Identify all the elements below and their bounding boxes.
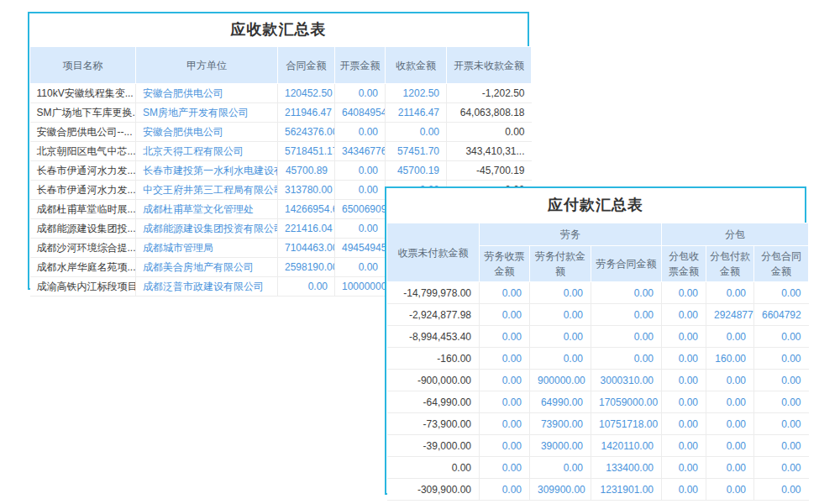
table-cell: 0.00 xyxy=(447,123,532,142)
table-cell: SM广场地下车库更换... xyxy=(30,103,136,123)
table-cell: 0.00 xyxy=(530,282,591,304)
table-cell: -2,924,877.98 xyxy=(387,304,480,326)
table-cell: 0.00 xyxy=(706,391,754,413)
table-cell: 0.00 xyxy=(754,348,809,370)
table-cell: 成都水岸华庭名苑项... xyxy=(30,258,136,277)
page: 应收款汇总表 项目名称 甲方单位 合同金额 开票金额 收款金额 开票未收款金额 … xyxy=(0,0,840,504)
table-cell: 长春市伊通河水力发... xyxy=(30,181,136,200)
table-cell: 0.00 xyxy=(754,479,809,501)
table-cell: 0.00 xyxy=(480,348,530,370)
table-cell: 0.00 xyxy=(480,413,530,435)
column-header-received-amount: 收款金额 xyxy=(386,47,447,84)
table-cell: 64,063,808.18 xyxy=(447,103,532,123)
table-cell: 0.00 xyxy=(754,326,809,348)
table-row: -309,900.000.00309900.001231901.000.000.… xyxy=(387,479,809,501)
table-cell: 成都杜甫草堂文化管理处 xyxy=(136,200,278,219)
table-cell: 0.00 xyxy=(706,479,754,501)
table-cell: 北京天得工程有限公司 xyxy=(136,142,278,161)
payable-summary-title: 应付款汇总表 xyxy=(386,188,805,223)
table-cell: 0.00 xyxy=(335,258,386,277)
table-cell: 21146.47 xyxy=(386,103,447,123)
table-cell: 0.00 xyxy=(754,413,809,435)
table-cell: 0.00 xyxy=(662,282,706,304)
table-cell: 0.00 xyxy=(591,304,662,326)
table-cell: 0.00 xyxy=(480,370,530,391)
table-cell: 120452.50 xyxy=(278,84,335,103)
table-cell: 133400.00 xyxy=(591,457,662,479)
column-header-invoiced-amount: 开票金额 xyxy=(335,47,386,84)
table-cell: 3000310.00 xyxy=(591,370,662,391)
column-header-received-invoice-unpaid: 收票未付款金额 xyxy=(387,223,480,282)
table-row: 110kV安徽线程集变...安徽合肥供电公司120452.500.001202.… xyxy=(30,84,532,103)
column-header-labor-contract: 劳务合同金额 xyxy=(591,246,662,282)
table-cell: 65006909. xyxy=(335,200,386,219)
table-cell: 成都能源建设集团投资有限公司 xyxy=(136,219,278,239)
table-cell: 160.00 xyxy=(706,348,754,370)
column-header-subcontract-invoice: 分包收票金额 xyxy=(662,246,706,282)
payable-summary-panel: 应付款汇总表 收票未付款金额 劳务 分包 劳务收票金额 劳务付款金额 劳务合同金… xyxy=(385,186,806,495)
table-cell: 北京朝阳区电气中芯... xyxy=(30,142,136,161)
table-cell: 0.00 xyxy=(591,282,662,304)
table-cell: -8,994,453.40 xyxy=(387,326,480,348)
table-cell: 110kV安徽线程集变... xyxy=(30,84,136,103)
table-cell: 0.00 xyxy=(754,435,809,457)
table-row: 0.000.000.00133400.000.000.000.00 xyxy=(387,457,809,479)
table-cell: 221416.04 xyxy=(278,219,335,239)
column-header-invoiced-unreceived: 开票未收款金额 xyxy=(447,47,532,84)
table-cell: 0.00 xyxy=(278,277,335,297)
column-header-subcontract-contract: 分包合同金额 xyxy=(754,246,809,282)
table-cell: 0.00 xyxy=(335,84,386,103)
table-cell: -160.00 xyxy=(387,348,480,370)
table-cell: 2598190.00 xyxy=(278,258,335,277)
table-cell: 0.00 xyxy=(530,304,591,326)
table-cell: 6604792 xyxy=(754,304,809,326)
table-cell: 900000.00 xyxy=(530,370,591,391)
table-row: -73,900.000.0073900.0010751718.000.000.0… xyxy=(387,413,809,435)
table-cell: 5718451.17 xyxy=(278,142,335,161)
table-cell: 成渝高铁内江标段项目 xyxy=(30,277,136,297)
table-cell: -309,900.00 xyxy=(387,479,480,501)
table-cell: 7104463.00 xyxy=(278,239,335,258)
table-cell: 成都沙河环境综合提... xyxy=(30,239,136,258)
table-cell: SM房地产开发有限公司 xyxy=(136,103,278,123)
table-row: -39,000.000.0039000.001420110.000.000.00… xyxy=(387,435,809,457)
table-row: -14,799,978.000.000.000.000.000.000.00 xyxy=(387,282,809,304)
table-cell: -73,900.00 xyxy=(387,413,480,435)
table-cell: 0.00 xyxy=(335,219,386,239)
table-row: SM广场地下车库更换...SM房地产开发有限公司211946.476408495… xyxy=(30,103,532,123)
table-cell: -64,990.00 xyxy=(387,391,480,413)
table-cell: 0.00 xyxy=(754,370,809,391)
table-cell: 64990.00 xyxy=(530,391,591,413)
table-cell: 17059000.00 xyxy=(591,391,662,413)
table-cell: -39,000.00 xyxy=(387,435,480,457)
table-cell: 49454945. xyxy=(335,239,386,258)
receivable-summary-title: 应收款汇总表 xyxy=(29,13,528,46)
table-cell: 10751718.00 xyxy=(591,413,662,435)
table-cell: 0.00 xyxy=(480,479,530,501)
table-cell: 64084954.6 xyxy=(335,103,386,123)
table-cell: 长春市伊通河水力发... xyxy=(30,161,136,181)
table-cell: 1231901.00 xyxy=(591,479,662,501)
table-cell: 0.00 xyxy=(335,161,386,181)
table-row: 长春市伊通河水力发...长春市建投第一水利水电建设有限45700.890.004… xyxy=(30,161,532,181)
table-cell: 0.00 xyxy=(480,304,530,326)
table-cell: 45700.89 xyxy=(278,161,335,181)
table-row: -64,990.000.0064990.0017059000.000.000.0… xyxy=(387,391,809,413)
table-cell: -45,700.19 xyxy=(447,161,532,181)
table-cell: 343,410,31... xyxy=(447,142,532,161)
table-cell: 39000.00 xyxy=(530,435,591,457)
table-cell: 0.00 xyxy=(662,413,706,435)
table-cell: 0.00 xyxy=(662,435,706,457)
table-cell: 309900.00 xyxy=(530,479,591,501)
table-cell: 0.00 xyxy=(335,123,386,142)
column-header-labor-payment: 劳务付款金额 xyxy=(530,246,591,282)
table-cell: 0.00 xyxy=(387,457,480,479)
table-cell: 1420110.00 xyxy=(591,435,662,457)
table-cell: 成都城市管理局 xyxy=(136,239,278,258)
table-cell: 57451.70 xyxy=(386,142,447,161)
table-cell: 0.00 xyxy=(706,435,754,457)
table-row: -900,000.000.00900000.003000310.000.000.… xyxy=(387,370,809,391)
table-cell: 0.00 xyxy=(662,479,706,501)
table-cell: 0.00 xyxy=(662,326,706,348)
table-row: 北京朝阳区电气中芯...北京天得工程有限公司5718451.1734346776… xyxy=(30,142,532,161)
